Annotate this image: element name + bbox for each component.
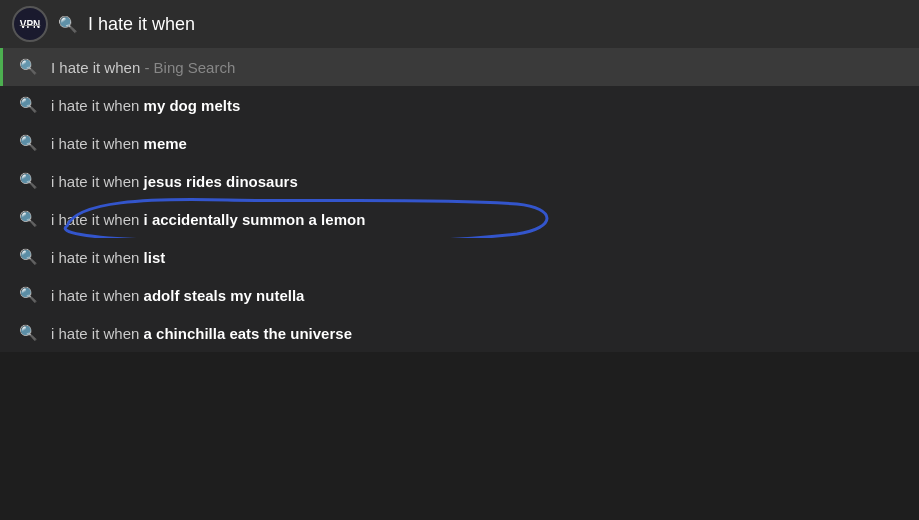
search-query[interactable]: I hate it when: [88, 14, 907, 35]
item-text-1: i hate it when meme: [51, 135, 187, 152]
search-bar: VPN 🔍 I hate it when: [0, 0, 919, 48]
bing-suffix: - Bing Search: [140, 59, 235, 76]
dropdown-item-5[interactable]: 🔍i hate it when adolf steals my nutella: [0, 276, 919, 314]
dropdown-item-bing[interactable]: 🔍 I hate it when - Bing Search: [0, 48, 919, 86]
item-text-0: i hate it when my dog melts: [51, 97, 240, 114]
search-icon-bing: 🔍: [19, 58, 37, 76]
item-bold-5: adolf steals my nutella: [144, 287, 305, 304]
vpn-badge[interactable]: VPN: [12, 6, 48, 42]
item-text-3: i hate it when i accidentally summon a l…: [51, 211, 365, 228]
item-bold-6: a chinchilla eats the universe: [144, 325, 352, 342]
dropdown-item-6[interactable]: 🔍i hate it when a chinchilla eats the un…: [0, 314, 919, 352]
dropdown-item-2[interactable]: 🔍i hate it when jesus rides dinosaurs: [0, 162, 919, 200]
item-bold-4: list: [144, 249, 166, 266]
vpn-label: VPN: [20, 19, 41, 30]
item-text-2: i hate it when jesus rides dinosaurs: [51, 173, 298, 190]
search-icon-item-3: 🔍: [19, 210, 37, 228]
search-dropdown: 🔍 I hate it when - Bing Search 🔍i hate i…: [0, 48, 919, 352]
search-icon-item-4: 🔍: [19, 248, 37, 266]
dropdown-item-0[interactable]: 🔍i hate it when my dog melts: [0, 86, 919, 124]
search-icon-item-0: 🔍: [19, 96, 37, 114]
item-bold-3: i accidentally summon a lemon: [144, 211, 366, 228]
item-text-6: i hate it when a chinchilla eats the uni…: [51, 325, 352, 342]
dropdown-item-3[interactable]: 🔍i hate it when i accidentally summon a …: [0, 200, 919, 238]
item-text-4: i hate it when list: [51, 249, 165, 266]
search-icon: 🔍: [58, 15, 78, 34]
item-bold-2: jesus rides dinosaurs: [144, 173, 298, 190]
item-bold-1: meme: [144, 135, 187, 152]
bing-query: I hate it when: [51, 59, 140, 76]
search-icon-item-2: 🔍: [19, 172, 37, 190]
bing-item-text: I hate it when - Bing Search: [51, 59, 235, 76]
dropdown-items-list: 🔍i hate it when my dog melts🔍i hate it w…: [0, 86, 919, 352]
search-icon-item-1: 🔍: [19, 134, 37, 152]
dropdown-item-1[interactable]: 🔍i hate it when meme: [0, 124, 919, 162]
search-icon-item-6: 🔍: [19, 324, 37, 342]
dropdown-item-4[interactable]: 🔍i hate it when list: [0, 238, 919, 276]
search-icon-item-5: 🔍: [19, 286, 37, 304]
item-bold-0: my dog melts: [144, 97, 241, 114]
item-text-5: i hate it when adolf steals my nutella: [51, 287, 304, 304]
